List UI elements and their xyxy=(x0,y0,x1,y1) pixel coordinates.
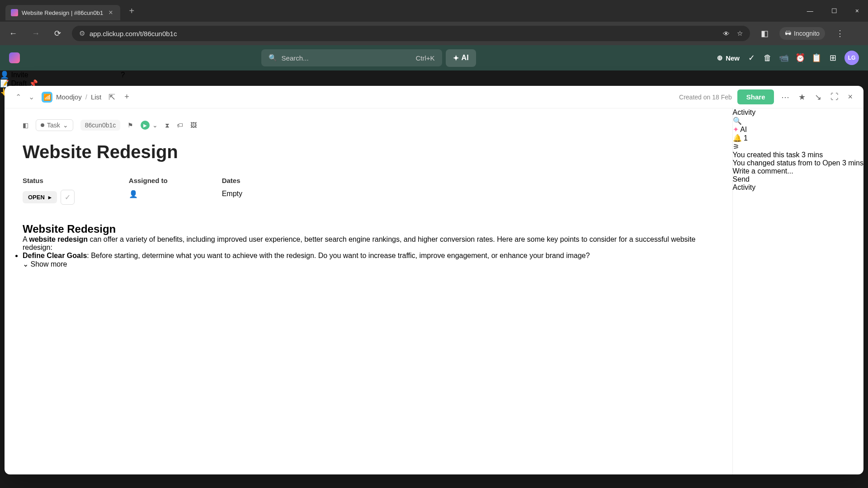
dates-value[interactable]: Empty xyxy=(222,190,242,198)
forward-icon[interactable]: → xyxy=(28,27,43,40)
favorite-star-icon[interactable]: ★ xyxy=(797,90,807,104)
show-more-button[interactable]: ⌄ Show more xyxy=(23,260,714,268)
invite-button[interactable]: Invite xyxy=(11,71,28,79)
activity-ai-button[interactable]: ✦ AI xyxy=(733,125,863,134)
maximize-icon[interactable]: ☐ xyxy=(828,5,841,16)
status-label: Status xyxy=(23,177,75,184)
new-tab-button[interactable]: + xyxy=(124,6,140,16)
workspace-icon: 📶 xyxy=(42,92,52,103)
comment-bar: Write a comment... Send xyxy=(733,167,863,183)
next-task-icon[interactable]: ⌄ xyxy=(27,91,36,103)
add-assignee-button[interactable]: 👤 xyxy=(129,190,168,198)
send-button[interactable]: Send xyxy=(733,175,863,183)
notifications-button[interactable]: 🔔 1 xyxy=(733,134,863,142)
reload-icon[interactable]: ⟳ xyxy=(51,27,65,40)
description-heading: Website Redesign xyxy=(23,223,714,235)
task-title[interactable]: Website Redesign xyxy=(23,142,714,162)
tag-icon[interactable]: 🏷 xyxy=(177,122,183,129)
bell-icon: 🔔 xyxy=(733,134,742,142)
favicon xyxy=(11,9,18,16)
activity-list: You created this task 3 mins You changed… xyxy=(733,151,863,167)
person-plus-icon: 👤 xyxy=(129,190,138,198)
task-type-selector[interactable]: Task ⌄ xyxy=(36,119,73,131)
chevron-down-icon: ⌄ xyxy=(63,122,68,129)
close-modal-icon[interactable]: × xyxy=(846,90,854,103)
flag-icon[interactable]: ⚑ xyxy=(127,122,133,129)
site-settings-icon[interactable]: ⚙ xyxy=(79,29,85,38)
chevron-right-icon: ▸ xyxy=(48,194,52,201)
clickup-logo[interactable] xyxy=(9,52,20,63)
browser-tab[interactable]: Website Redesign | #86cun0b1 × xyxy=(5,5,120,20)
task-modal: ⌃ ⌄ 📶 Moodjoy / List ⇱ + Created on 18 F… xyxy=(5,86,863,474)
eye-off-icon[interactable]: 👁 xyxy=(723,30,730,38)
sparkle-icon: ✦ xyxy=(453,54,459,62)
task-fields: Status OPEN ▸ ✓ Assigned to 👤 Dates xyxy=(23,177,714,205)
task-toolbar: ◧ Task ⌄ 86cun0b1c ⚑ ▶ ⌄ ⧗ 🏷 🖼 xyxy=(23,119,714,131)
status-badge[interactable]: OPEN ▸ xyxy=(23,191,57,203)
activity-time: 3 mins xyxy=(842,159,863,167)
clock-icon[interactable]: ⏰ xyxy=(796,53,805,62)
activity-time: 3 mins xyxy=(802,151,823,159)
play-icon: ▶ xyxy=(141,121,150,130)
search-icon: 🔍 xyxy=(269,54,277,62)
search-shortcut: Ctrl+K xyxy=(415,54,434,62)
activity-item: You created this task 3 mins xyxy=(733,151,863,159)
incognito-badge: 🕶 Incognito xyxy=(779,27,825,40)
back-icon[interactable]: ← xyxy=(5,27,21,40)
complete-check-icon[interactable]: ✓ xyxy=(61,190,75,205)
trash-icon[interactable]: 🗑 xyxy=(763,53,772,62)
activity-item: You changed status from to Open 3 mins xyxy=(733,159,863,167)
search-activity-icon[interactable]: 🔍 xyxy=(733,117,742,125)
search-input[interactable]: 🔍 Search... Ctrl+K xyxy=(261,49,442,66)
app-header: 🔍 Search... Ctrl+K ✦ AI ⊕ New ✓ 🗑 📹 ⏰ 📋 … xyxy=(0,45,868,70)
check-circle-icon[interactable]: ✓ xyxy=(747,53,756,62)
hourglass-icon[interactable]: ⧗ xyxy=(165,122,170,129)
apps-grid-icon[interactable]: ⊞ xyxy=(828,53,837,62)
url-bar[interactable]: ⚙ app.clickup.com/t/86cun0b1c 👁 ☆ xyxy=(72,26,750,41)
tab-title: Website Redesign | #86cun0b1 xyxy=(22,9,103,16)
user-avatar[interactable]: LG xyxy=(844,51,859,65)
invite-icon: 👤 xyxy=(0,71,9,79)
share-button[interactable]: Share xyxy=(737,89,774,104)
video-icon[interactable]: 📹 xyxy=(779,53,788,62)
minimize-icon[interactable]: — xyxy=(803,5,817,16)
notepad-icon[interactable]: 📋 xyxy=(812,53,821,62)
close-window-icon[interactable]: × xyxy=(852,5,863,16)
description-box[interactable]: Website Redesign A website redesign can … xyxy=(23,223,714,260)
main-pane: ◧ Task ⌄ 86cun0b1c ⚑ ▶ ⌄ ⧗ 🏷 🖼 Website R… xyxy=(5,108,733,474)
dates-label: Dates xyxy=(222,177,242,184)
move-icon[interactable]: ⇱ xyxy=(107,90,117,104)
activity-side-tab[interactable]: Activity xyxy=(733,183,863,192)
help-icon[interactable]: ? xyxy=(121,71,125,79)
browser-tab-strip: Website Redesign | #86cun0b1 × + — ☐ × xyxy=(0,0,868,22)
breadcrumb-workspace[interactable]: Moodjoy xyxy=(56,93,82,101)
comment-input[interactable]: Write a comment... xyxy=(733,167,863,175)
modal-header: ⌃ ⌄ 📶 Moodjoy / List ⇱ + Created on 18 F… xyxy=(5,86,863,108)
more-menu-icon[interactable]: ⋯ xyxy=(779,90,791,104)
bookmark-star-icon[interactable]: ☆ xyxy=(737,29,743,38)
play-button[interactable]: ▶ ⌄ xyxy=(141,121,158,130)
collapse-icon[interactable]: ↘ xyxy=(813,90,823,104)
chevron-down-icon: ⌄ xyxy=(23,260,28,268)
activity-title: Activity xyxy=(733,108,756,116)
window-controls: — ☐ × xyxy=(803,5,863,16)
prev-task-icon[interactable]: ⌃ xyxy=(14,91,23,103)
breadcrumb-list[interactable]: List xyxy=(91,93,101,101)
close-tab-icon[interactable]: × xyxy=(107,9,114,17)
new-button[interactable]: ⊕ New xyxy=(717,54,740,62)
chevron-down-icon: ⌄ xyxy=(152,122,158,129)
sparkle-icon: ✦ xyxy=(733,126,739,133)
image-icon[interactable]: 🖼 xyxy=(190,122,197,129)
description-list: Define Clear Goals: Before starting, det… xyxy=(23,252,714,260)
panel-icon[interactable]: ◧ xyxy=(757,27,772,40)
plus-circle-icon: ⊕ xyxy=(717,54,723,62)
ai-button[interactable]: ✦ AI xyxy=(446,49,476,67)
bottom-bar: 👤 Invite ? 📝 Draft 📌 xyxy=(0,70,868,88)
add-breadcrumb-icon[interactable]: + xyxy=(123,90,131,103)
filter-icon[interactable]: ⚞ xyxy=(733,143,739,150)
expand-icon[interactable]: ⛶ xyxy=(829,90,840,103)
browser-menu-icon[interactable]: ⋮ xyxy=(832,27,848,40)
sidebar-toggle-icon[interactable]: ◧ xyxy=(23,122,28,129)
description-intro: A website redesign can offer a variety o… xyxy=(23,235,714,252)
task-id-badge[interactable]: 86cun0b1c xyxy=(80,120,121,131)
